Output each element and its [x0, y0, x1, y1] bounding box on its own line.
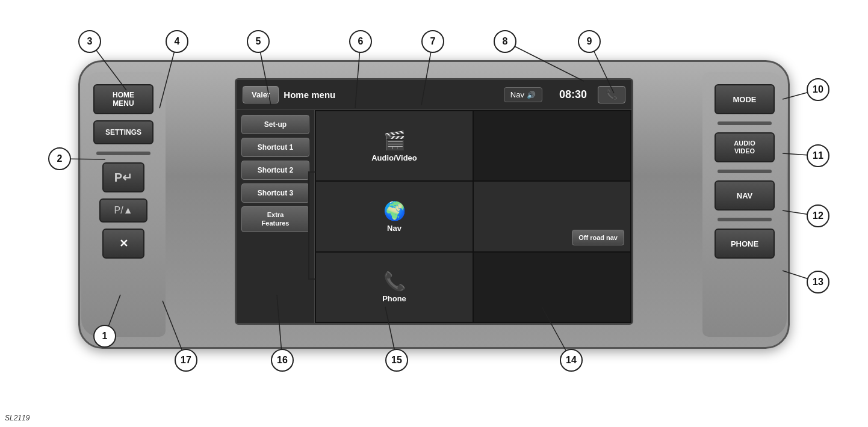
callout-17: 17 — [175, 349, 197, 372]
shortcut3-button[interactable]: Shortcut 3 — [241, 183, 309, 203]
right-panel: MODE AUDIOVIDEO NAV PHONE — [702, 72, 787, 337]
callout-8: 8 — [494, 30, 516, 53]
callout-7: 7 — [421, 30, 444, 53]
screen-header: Valet Home menu Nav 🔊 08:30 📞 — [237, 80, 631, 110]
parking-button[interactable]: P↵ — [102, 162, 144, 192]
off-road-button[interactable]: Off road nav — [572, 230, 624, 245]
slider-bar-right3 — [718, 218, 772, 221]
audio-video-button[interactable]: AUDIOVIDEO — [715, 132, 775, 162]
callout-9: 9 — [578, 30, 601, 53]
p-waves-button[interactable]: P/▲ — [99, 198, 147, 223]
slider-bar — [96, 152, 150, 155]
phone-end-button[interactable]: 📞 — [598, 86, 625, 103]
phone-end-icon: 📞 — [606, 90, 618, 100]
empty-cell-2 — [474, 253, 630, 322]
screen-area: Valet Home menu Nav 🔊 08:30 📞 Set-up Sho… — [235, 78, 633, 325]
nav-cell[interactable]: 🌍 Nav — [316, 182, 473, 251]
phone-icon-grid: 📞 — [383, 271, 406, 292]
settings-button[interactable]: SETTINGS — [93, 120, 153, 144]
home-menu-button[interactable]: HOME MENU — [93, 84, 153, 114]
nav-label: Nav — [510, 90, 524, 99]
speaker-icon: 🔊 — [527, 91, 536, 99]
phone-label-grid: Phone — [382, 294, 406, 303]
callout-4: 4 — [166, 30, 188, 53]
setup-button[interactable]: Set-up — [241, 115, 309, 134]
callout-16: 16 — [271, 349, 294, 372]
diagram-container: HOME MENU SETTINGS P↵ P/▲ ✕ MODE AUDIOVI… — [0, 0, 868, 427]
left-panel: HOME MENU SETTINGS P↵ P/▲ ✕ — [81, 72, 166, 337]
slider-bar-right — [718, 121, 772, 125]
shortcut1-button[interactable]: Shortcut 1 — [241, 138, 309, 157]
mode-button[interactable]: MODE — [715, 84, 775, 114]
empty-cell-1 — [474, 111, 630, 180]
callout-1: 1 — [93, 325, 116, 348]
phone-cell[interactable]: 📞 Phone — [316, 253, 473, 322]
off-road-cell[interactable]: Off road nav — [474, 182, 630, 251]
callout-11: 11 — [807, 144, 829, 167]
left-menu: Set-up Shortcut 1 Shortcut 2 Shortcut 3 … — [237, 110, 315, 323]
audio-video-label: Audio/Video — [371, 153, 417, 162]
callout-5: 5 — [247, 30, 270, 53]
nav-button[interactable]: NAV — [715, 180, 775, 210]
callout-6: 6 — [349, 30, 372, 53]
callout-13: 13 — [807, 271, 829, 293]
nav-label-grid: Nav — [387, 224, 401, 233]
grid-content: 🎬 Audio/Video 🌍 Nav Off road nav 📞 Phone — [315, 110, 631, 323]
callout-2: 2 — [48, 147, 71, 170]
callout-14: 14 — [560, 349, 583, 372]
shortcut2-button[interactable]: Shortcut 2 — [241, 161, 309, 180]
callout-3: 3 — [78, 30, 101, 53]
callout-15: 15 — [385, 349, 408, 372]
screen-content: Set-up Shortcut 1 Shortcut 2 Shortcut 3 … — [237, 110, 631, 323]
phone-button[interactable]: PHONE — [715, 229, 775, 259]
callout-12: 12 — [807, 204, 829, 227]
shortcut-bracket — [308, 171, 315, 280]
x-button[interactable]: ✕ — [102, 229, 144, 259]
screen-title: Home menu — [284, 90, 498, 100]
valet-button[interactable]: Valet — [243, 86, 279, 103]
callout-10: 10 — [807, 78, 829, 101]
audio-video-icon: 🎬 — [383, 130, 406, 151]
audio-video-cell[interactable]: 🎬 Audio/Video — [316, 111, 473, 180]
nav-icon: 🌍 — [383, 200, 406, 221]
time-display: 08:30 — [559, 88, 587, 101]
extra-features-button[interactable]: ExtraFeatures — [241, 206, 309, 232]
slider-bar-right2 — [718, 170, 772, 173]
nav-status-indicator: Nav 🔊 — [504, 87, 542, 102]
image-label: SL2119 — [5, 414, 29, 422]
